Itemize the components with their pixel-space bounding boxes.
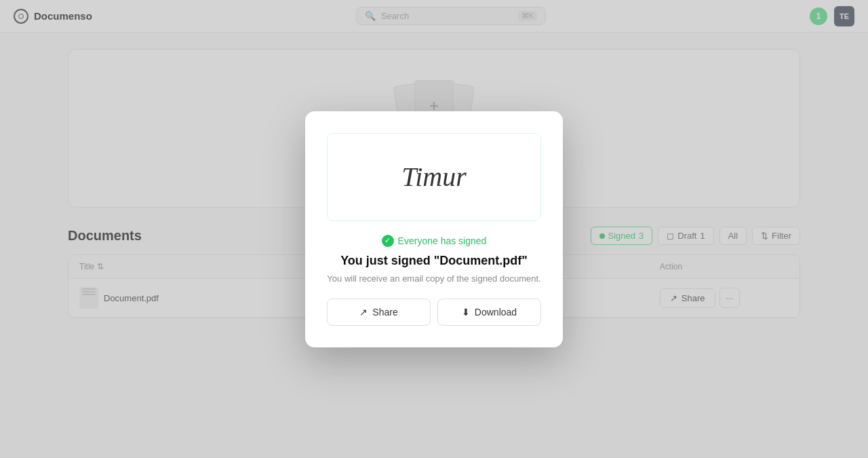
signed-modal: Timur ✓ Everyone has signed You just sig… — [305, 111, 563, 347]
modal-download-icon: ⬇ — [462, 307, 470, 318]
modal-overlay: Timur ✓ Everyone has signed You just sig… — [0, 0, 868, 458]
everyone-signed-label: Everyone has signed — [398, 235, 487, 246]
modal-download-label: Download — [475, 307, 517, 318]
modal-share-icon: ↗ — [359, 307, 368, 318]
modal-share-button[interactable]: ↗ Share — [327, 299, 431, 326]
signature-text: Timur — [401, 161, 467, 193]
modal-share-label: Share — [372, 307, 397, 318]
modal-subtitle: You will receive an email copy of the si… — [327, 273, 540, 284]
signature-preview-box: Timur — [327, 133, 541, 221]
modal-title: You just signed "Document.pdf" — [340, 254, 528, 268]
modal-actions: ↗ Share ⬇ Download — [327, 299, 541, 326]
modal-download-button[interactable]: ⬇ Download — [437, 299, 541, 326]
signed-status-row: ✓ Everyone has signed — [382, 235, 487, 247]
check-circle-icon: ✓ — [382, 235, 394, 247]
